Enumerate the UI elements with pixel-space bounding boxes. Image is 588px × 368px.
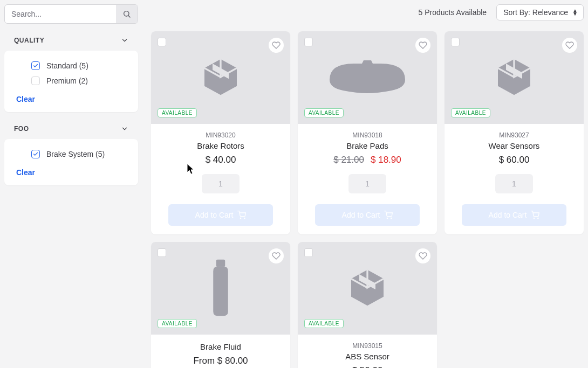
- product-image[interactable]: AVAILABLE: [298, 31, 437, 124]
- favorite-button[interactable]: [415, 38, 430, 53]
- filter-header[interactable]: QUALITY: [4, 37, 138, 44]
- product-sku: MIN93020: [206, 131, 235, 139]
- product-thumb-icon: [199, 55, 242, 100]
- availability-badge: AVAILABLE: [451, 108, 490, 117]
- checkbox-icon: [31, 150, 40, 158]
- product-sku: MIN93015: [352, 342, 382, 350]
- filter-option-label: Premium (2): [46, 77, 88, 85]
- product-image[interactable]: AVAILABLE: [445, 31, 584, 124]
- filter-option-label: Brake System (5): [46, 150, 105, 158]
- heart-icon: [272, 252, 281, 260]
- svg-point-5: [391, 218, 392, 218]
- product-sku: MIN93018: [352, 131, 382, 139]
- price-sale: $ 18.90: [371, 155, 401, 165]
- cart-icon: [237, 211, 246, 219]
- availability-badge: AVAILABLE: [304, 319, 344, 328]
- product-image[interactable]: AVAILABLE: [151, 31, 290, 124]
- favorite-button[interactable]: [269, 38, 284, 53]
- chevron-down-icon: [121, 37, 128, 44]
- add-to-cart-button[interactable]: Add to Cart: [168, 204, 273, 226]
- heart-icon: [565, 41, 574, 50]
- filter-panel: Brake System (5)Clear: [4, 139, 138, 185]
- availability-badge: AVAILABLE: [158, 108, 197, 117]
- checkbox-icon: [31, 77, 40, 85]
- availability-badge: AVAILABLE: [304, 108, 344, 117]
- sort-prefix: Sort By:: [503, 8, 530, 17]
- product-thumb-icon: [206, 258, 236, 319]
- add-to-cart-label: Add to Cart: [342, 211, 380, 219]
- select-checkbox[interactable]: [304, 38, 313, 46]
- product-name: Wear Sensors: [489, 141, 540, 150]
- checkbox-icon: [31, 61, 40, 70]
- sort-select[interactable]: Sort By: Relevance ▲▼: [496, 4, 584, 20]
- sort-value: Relevance: [532, 8, 568, 17]
- product-image[interactable]: AVAILABLE: [298, 242, 437, 335]
- select-checkbox[interactable]: [158, 248, 166, 257]
- search-icon: [122, 10, 131, 18]
- chevron-down-icon: [121, 125, 128, 133]
- add-to-cart-label: Add to Cart: [195, 211, 234, 219]
- quantity-input[interactable]: [348, 174, 386, 193]
- product-name: Brake Pads: [346, 141, 388, 150]
- search-field[interactable]: [4, 4, 138, 24]
- price: $ 60.00: [499, 155, 530, 165]
- price: From $ 80.00: [193, 356, 248, 366]
- svg-line-1: [128, 16, 130, 17]
- filter-option-label: Standard (5): [46, 61, 88, 70]
- add-to-cart-button[interactable]: Add to Cart: [462, 204, 566, 226]
- favorite-button[interactable]: [562, 38, 577, 53]
- filter-header[interactable]: FOO: [4, 125, 138, 133]
- product-thumb-icon: [493, 55, 536, 100]
- product-card: AVAILABLEMIN93027Wear Sensors$ 60.00Add …: [445, 31, 584, 234]
- product-card: AVAILABLEMIN93020Brake Rotors$ 40.00Add …: [151, 31, 290, 234]
- clear-filter-button[interactable]: Clear: [4, 162, 138, 178]
- svg-point-6: [534, 218, 535, 218]
- clear-filter-button[interactable]: Clear: [4, 88, 138, 105]
- sort-arrows-icon: ▲▼: [572, 9, 578, 16]
- product-name: Brake Fluid: [200, 342, 241, 351]
- add-to-cart-label: Add to Cart: [489, 211, 527, 219]
- cart-icon: [531, 211, 539, 219]
- select-checkbox[interactable]: [451, 38, 460, 46]
- filter-option[interactable]: Standard (5): [4, 58, 138, 73]
- product-image[interactable]: AVAILABLE: [151, 242, 290, 335]
- product-name: Brake Rotors: [197, 141, 244, 150]
- filter-title: FOO: [14, 125, 29, 133]
- price: $ 50.00: [352, 365, 383, 368]
- favorite-button[interactable]: [415, 248, 430, 263]
- product-card: AVAILABLEBrake FluidFrom $ 80.00: [151, 242, 290, 368]
- product-card: AVAILABLEMIN93015ABS Sensor$ 50.00: [298, 242, 437, 368]
- select-checkbox[interactable]: [304, 248, 313, 257]
- add-to-cart-button[interactable]: Add to Cart: [315, 204, 420, 226]
- search-input[interactable]: [5, 5, 116, 23]
- search-button[interactable]: [116, 5, 138, 23]
- product-thumb-icon: [327, 58, 408, 98]
- product-card: AVAILABLEMIN93018Brake Pads$ 21.00$ 18.9…: [298, 31, 437, 234]
- quantity-input[interactable]: [495, 174, 533, 193]
- product-count: 5 Products Available: [419, 8, 487, 17]
- filter-option[interactable]: Premium (2): [4, 73, 138, 88]
- product-name: ABS Sensor: [345, 352, 389, 361]
- heart-icon: [419, 252, 427, 260]
- filter-title: QUALITY: [14, 37, 44, 44]
- price-original: $ 21.00: [333, 155, 364, 165]
- select-checkbox[interactable]: [158, 38, 166, 46]
- svg-point-4: [387, 218, 388, 218]
- filter-option[interactable]: Brake System (5): [4, 147, 138, 162]
- heart-icon: [272, 41, 281, 50]
- cart-icon: [384, 211, 393, 219]
- svg-point-7: [538, 218, 538, 218]
- product-thumb-icon: [346, 266, 389, 311]
- favorite-button[interactable]: [269, 248, 284, 263]
- svg-rect-8: [216, 259, 225, 267]
- svg-point-3: [244, 218, 245, 218]
- filter-panel: Standard (5)Premium (2)Clear: [4, 51, 138, 112]
- price: $ 40.00: [206, 155, 236, 165]
- heart-icon: [419, 41, 427, 50]
- product-sku: MIN93027: [499, 131, 529, 139]
- quantity-input[interactable]: [202, 174, 240, 193]
- availability-badge: AVAILABLE: [158, 319, 197, 328]
- svg-point-2: [241, 218, 241, 218]
